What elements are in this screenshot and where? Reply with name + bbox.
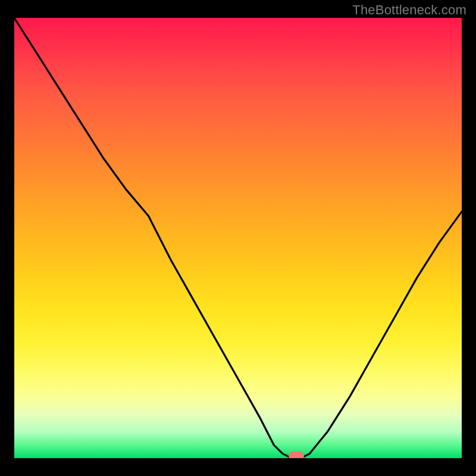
watermark-text: TheBottleneck.com [352, 2, 466, 18]
plot-area [14, 18, 462, 458]
optimal-marker [289, 452, 304, 458]
bottleneck-curve [14, 18, 462, 458]
chart-frame: TheBottleneck.com [0, 0, 476, 476]
